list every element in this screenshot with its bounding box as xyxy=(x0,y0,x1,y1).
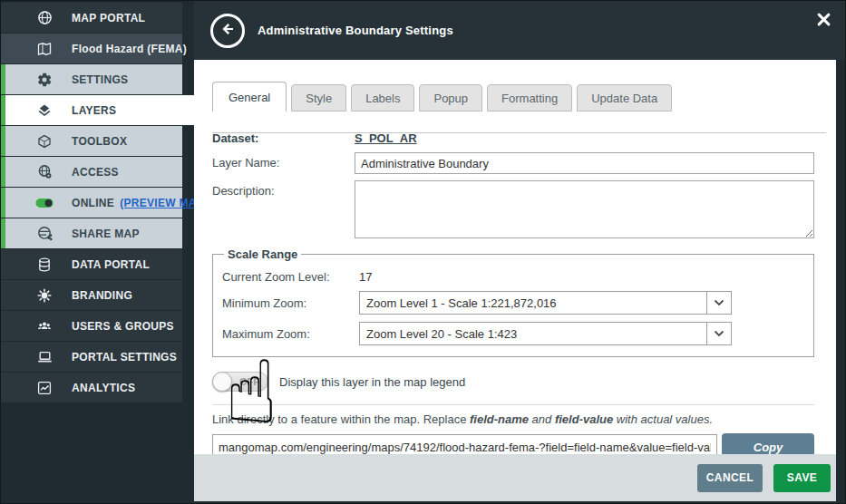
tab-popup[interactable]: Popup xyxy=(419,84,482,111)
sidebar-item-analytics[interactable]: ANALYTICS xyxy=(1,373,182,402)
tab-general[interactable]: General xyxy=(212,82,287,111)
arrow-left-icon xyxy=(219,20,237,42)
scale-range-legend: Scale Range xyxy=(224,247,301,261)
dataset-link[interactable]: S_POL_AR xyxy=(355,128,417,145)
description-label: Description: xyxy=(212,180,355,198)
sidebar-item-layers[interactable]: LAYERS xyxy=(1,95,194,125)
divider xyxy=(212,404,814,405)
tab-style[interactable]: Style xyxy=(291,84,346,111)
map-icon xyxy=(35,40,53,58)
maximum-zoom-label: Maximum Zoom: xyxy=(222,327,359,341)
tab-update-data[interactable]: Update Data xyxy=(577,84,672,111)
modal-footer: CANCEL SAVE xyxy=(194,454,836,501)
link-help-text: Link directly to a feature within the ma… xyxy=(212,412,814,426)
back-button[interactable] xyxy=(210,14,245,48)
sidebar-item-flood-hazard-map[interactable]: Flood Hazard (FEMA) xyxy=(1,34,182,63)
globe-eye-icon xyxy=(35,163,53,181)
laptop-icon xyxy=(35,348,53,366)
globe-share-icon xyxy=(35,225,53,243)
sidebar: MAP PORTAL Flood Hazard (FEMA) SETTINGS … xyxy=(1,1,194,503)
sidebar-item-portal-settings[interactable]: PORTAL SETTINGS xyxy=(1,342,182,372)
layers-icon xyxy=(35,102,53,120)
sidebar-item-data-portal[interactable]: DATA PORTAL xyxy=(1,249,182,279)
chevron-down-icon xyxy=(706,323,731,344)
tabbar: General Style Labels Popup Formatting Up… xyxy=(212,82,827,111)
minimum-zoom-select[interactable]: Zoom Level 1 - Scale 1:221,872,016 xyxy=(359,291,732,315)
chart-icon xyxy=(35,379,53,397)
current-zoom-value: 17 xyxy=(359,270,372,284)
globe-icon xyxy=(35,9,53,27)
sidebar-item-share-map[interactable]: SHARE MAP xyxy=(1,218,182,248)
sidebar-item-toolbox[interactable]: TOOLBOX xyxy=(1,126,182,156)
gear-icon xyxy=(35,71,53,89)
scale-range-fieldset: Scale Range Current Zoom Level: 17 Minim… xyxy=(212,247,814,357)
legend-toggle-label: Display this layer in the map legend xyxy=(279,375,465,389)
cancel-button[interactable]: CANCEL xyxy=(697,464,763,492)
toggle-knob xyxy=(212,372,232,392)
tab-labels[interactable]: Labels xyxy=(351,84,414,111)
users-icon xyxy=(35,317,53,335)
modal-title: Administrative Boundary Settings xyxy=(258,1,453,60)
sidebar-item-map-portal[interactable]: MAP PORTAL xyxy=(1,3,182,33)
modal-header: Administrative Boundary Settings xyxy=(194,1,845,60)
general-tab-panel: Dataset: S_POL_AR Layer Name: Descriptio… xyxy=(212,111,814,460)
sidebar-item-access[interactable]: ACCESS xyxy=(1,157,182,187)
minimum-zoom-label: Minimum Zoom: xyxy=(222,296,359,310)
sidebar-item-settings[interactable]: SETTINGS xyxy=(1,64,182,94)
chevron-down-icon xyxy=(706,292,731,314)
modal-body: General Style Labels Popup Formatting Up… xyxy=(194,60,836,454)
database-icon xyxy=(35,256,53,274)
toggle-state-label: OFF xyxy=(239,376,259,387)
dataset-label: Dataset: xyxy=(212,128,355,145)
cube-icon xyxy=(35,132,53,150)
sidebar-item-online[interactable]: ONLINE (PREVIEW MAP) xyxy=(1,188,182,218)
toggle-on-icon xyxy=(35,194,53,212)
sidebar-item-users-groups[interactable]: USERS & GROUPS xyxy=(1,311,182,341)
sidebar-item-branding[interactable]: BRANDING xyxy=(1,280,182,310)
save-button[interactable]: SAVE xyxy=(773,464,831,492)
layer-settings-modal: Administrative Boundary Settings General… xyxy=(194,1,845,503)
map-portal-admin-page: MAP PORTAL Flood Hazard (FEMA) SETTINGS … xyxy=(0,0,846,504)
current-zoom-label: Current Zoom Level: xyxy=(222,270,359,284)
description-textarea[interactable] xyxy=(355,180,814,238)
maximum-zoom-select[interactable]: Zoom Level 20 - Scale 1:423 xyxy=(359,322,732,345)
layer-name-label: Layer Name: xyxy=(212,152,355,170)
layer-name-input[interactable] xyxy=(355,152,814,174)
tab-formatting[interactable]: Formatting xyxy=(487,84,572,111)
close-icon[interactable] xyxy=(817,13,831,26)
sun-icon xyxy=(35,286,53,305)
legend-display-toggle[interactable]: OFF xyxy=(212,372,268,392)
